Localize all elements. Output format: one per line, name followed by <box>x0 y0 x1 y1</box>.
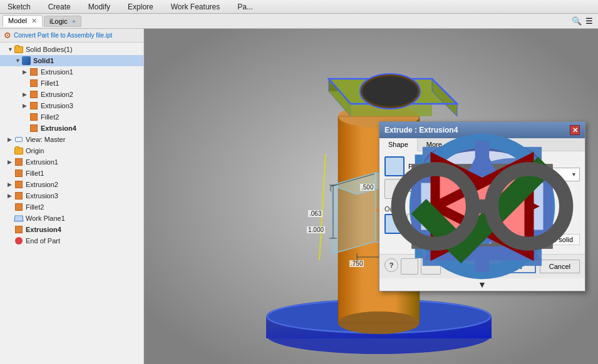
menu-bar: Sketch Create Modify Explore Work Featur… <box>0 0 598 14</box>
svg-point-15 <box>363 76 418 106</box>
fillet2-root-icon <box>14 203 24 211</box>
ext1-root-icon <box>14 158 24 166</box>
tree-extrusion2[interactable]: ▶ Extrusion2 <box>0 179 143 190</box>
tree-workplane1[interactable]: Work Plane1 <box>0 213 143 224</box>
tree-extrusion4-sub[interactable]: Extrusion4 <box>0 123 143 134</box>
tree-extrusion1[interactable]: ▶ Extrusion1 <box>0 156 143 168</box>
tab-bar: Model ✕ iLogic + 🔍 ☰ <box>0 14 598 29</box>
end-icon <box>14 236 24 245</box>
svg-point-52 <box>398 169 473 243</box>
dim-1000: 1.000 <box>307 226 325 233</box>
extrusion2-icon <box>29 90 39 99</box>
extrude-dialog: Extrude : Extrusion4 ✕ Shape More <box>379 121 585 291</box>
tab-model[interactable]: Model ✕ <box>3 15 43 27</box>
search-icon[interactable]: 🔍 <box>572 16 582 26</box>
folder-icon <box>14 45 24 54</box>
tree-solid1[interactable]: ▼ Solid1 <box>0 55 143 66</box>
tree-fillet1[interactable]: Fillet1 <box>0 168 143 179</box>
tree-end-of-part[interactable]: End of Part <box>0 235 143 246</box>
ext2-root-icon <box>14 180 24 189</box>
tree-extrusion2-sub[interactable]: ▶ Extrusion2 <box>0 89 143 100</box>
tree-origin[interactable]: Origin <box>0 145 143 156</box>
tree-extrusion4[interactable]: Extrusion4 <box>0 224 143 235</box>
menu-work-features[interactable]: Work Features <box>168 1 222 13</box>
tree-extrusion3-sub[interactable]: ▶ Extrusion3 <box>0 100 143 111</box>
tree-fillet1-sub[interactable]: Fillet1 <box>0 78 143 89</box>
menu-explore[interactable]: Explore <box>125 1 156 13</box>
solid-icon <box>21 56 31 65</box>
fillet2-sub-icon <box>29 113 39 121</box>
footer-left: ? <box>384 258 441 275</box>
svg-point-53 <box>492 169 566 243</box>
tree-solid-bodies[interactable]: ▼ Solid Bodies(1) <box>0 44 143 55</box>
tree-fillet2-sub[interactable]: Fillet2 <box>0 111 143 123</box>
dim-063: .063 <box>308 210 322 217</box>
file-tree: ▼ Solid Bodies(1) ▼ Solid1 ▶ Extrusion1 … <box>0 43 143 248</box>
ilogic-add[interactable]: + <box>72 18 76 25</box>
view-icon <box>14 135 24 144</box>
tree-extrusion3[interactable]: ▶ Extrusion3 <box>0 190 143 201</box>
menu-pa[interactable]: Pa... <box>235 1 255 13</box>
tree-extrusion1-sub[interactable]: ▶ Extrusion1 <box>0 66 143 78</box>
fillet1-root-icon <box>14 169 24 178</box>
left-panel: ⚙ Convert Part file to Assembly file.ipt… <box>0 29 144 364</box>
dim-750: .750 <box>349 260 364 267</box>
ext3-root-icon <box>14 191 24 200</box>
convert-icon: ⚙ <box>4 31 11 40</box>
menu-modify[interactable]: Modify <box>86 1 113 13</box>
glasses-button[interactable] <box>421 258 441 275</box>
main-area: ⚙ Convert Part file to Assembly file.ipt… <box>0 29 598 364</box>
extrusion3-icon <box>29 101 39 110</box>
menu-create[interactable]: Create <box>46 1 73 13</box>
ext4-root-icon <box>14 225 24 234</box>
close-model-tab[interactable]: ✕ <box>31 17 37 24</box>
fillet-icon <box>29 79 39 88</box>
workplane-icon <box>14 214 24 223</box>
tree-fillet2[interactable]: Fillet2 <box>0 201 143 213</box>
menu-icon[interactable]: ☰ <box>585 16 593 26</box>
tab-ilogic[interactable]: iLogic + <box>44 16 81 27</box>
extrusion-icon <box>29 68 39 76</box>
origin-folder-icon <box>14 146 24 155</box>
viewport: .500 .063 1.000 .750 Extrude : Extrusion… <box>144 29 598 364</box>
dialog-footer: ? OK C <box>379 254 585 278</box>
menu-sketch[interactable]: Sketch <box>5 1 33 13</box>
tree-view-master[interactable]: ▶ View: Master <box>0 134 143 145</box>
extrusion4-sub-icon <box>29 124 39 133</box>
dim-500: .500 <box>360 184 374 191</box>
convert-button[interactable]: ⚙ Convert Part file to Assembly file.ipt <box>0 29 143 43</box>
